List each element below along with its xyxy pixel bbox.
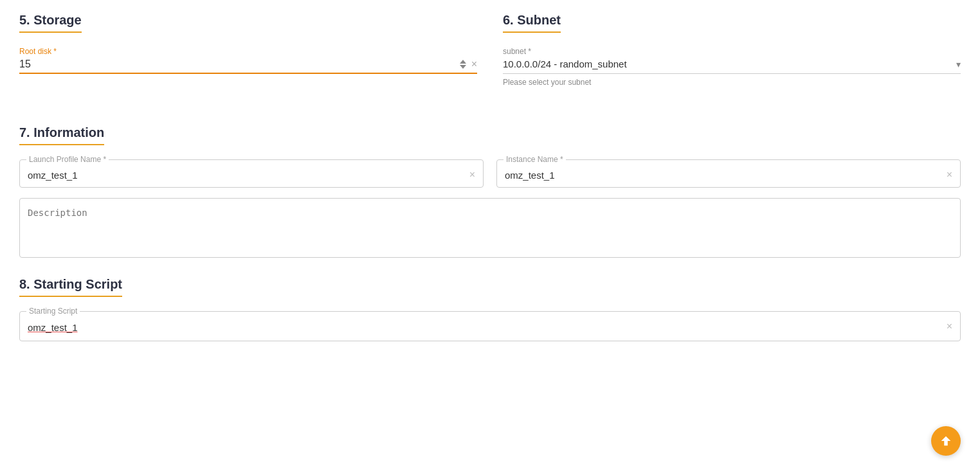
starting-script-label: Starting Script	[26, 307, 80, 316]
subnet-hint: Please select your subnet	[503, 78, 961, 87]
scroll-to-top-button[interactable]	[931, 426, 961, 456]
top-grid: 5. Storage Root disk * × 6. Subnet subne…	[19, 13, 961, 106]
storage-title: 5. Storage	[19, 13, 82, 33]
subnet-section: 6. Subnet subnet * 10.0.0.0/24 - random_…	[503, 13, 961, 87]
information-section: 7. Information Launch Profile Name * × I…	[19, 125, 961, 258]
starting-script-title: 8. Starting Script	[19, 277, 122, 297]
instance-name-label: Instance Name *	[504, 155, 566, 164]
launch-profile-input[interactable]	[28, 170, 469, 181]
stepper-down-icon[interactable]	[460, 65, 466, 69]
instance-name-field: Instance Name * ×	[496, 159, 961, 188]
root-disk-stepper[interactable]	[460, 60, 466, 69]
root-disk-field: ×	[19, 58, 477, 74]
subnet-title: 6. Subnet	[503, 13, 561, 33]
page-container: 5. Storage Root disk * × 6. Subnet subne…	[0, 0, 980, 475]
subnet-value: 10.0.0.0/24 - random_subnet	[503, 58, 956, 69]
description-field	[19, 198, 961, 258]
arrow-up-icon	[939, 434, 953, 448]
starting-script-section: 8. Starting Script Starting Script ×	[19, 277, 961, 341]
starting-script-field: Starting Script ×	[19, 311, 961, 341]
subnet-label: subnet *	[503, 47, 961, 56]
instance-name-clear-button[interactable]: ×	[947, 169, 952, 181]
information-title: 7. Information	[19, 125, 104, 145]
root-disk-label: Root disk *	[19, 47, 477, 56]
subnet-dropdown[interactable]: 10.0.0.0/24 - random_subnet ▾	[503, 58, 961, 74]
storage-section: 5. Storage Root disk * ×	[19, 13, 477, 87]
information-inputs: Launch Profile Name * × Instance Name * …	[19, 159, 961, 188]
stepper-up-icon[interactable]	[460, 60, 466, 64]
starting-script-clear-button[interactable]: ×	[947, 321, 952, 332]
description-input[interactable]	[28, 208, 952, 246]
instance-name-input[interactable]	[505, 170, 947, 181]
chevron-down-icon[interactable]: ▾	[956, 59, 961, 69]
starting-script-input[interactable]	[28, 322, 952, 333]
launch-profile-label: Launch Profile Name *	[26, 155, 109, 164]
root-disk-clear-button[interactable]: ×	[471, 59, 477, 69]
launch-profile-field: Launch Profile Name * ×	[19, 159, 484, 188]
root-disk-input[interactable]	[19, 58, 460, 70]
launch-profile-clear-button[interactable]: ×	[469, 169, 475, 181]
